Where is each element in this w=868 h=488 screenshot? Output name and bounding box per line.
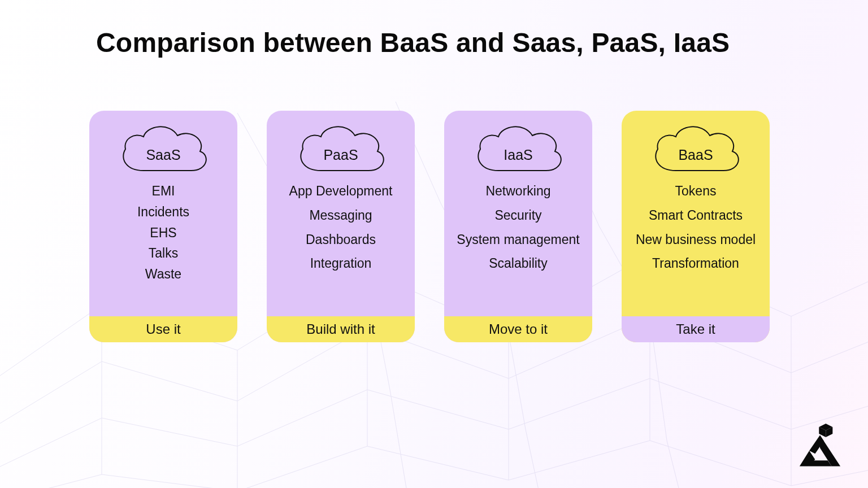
card-footer: Build with it	[267, 316, 415, 342]
card-footer: Move to it	[444, 316, 592, 342]
list-item: New business model	[636, 232, 756, 248]
cloud-icon: IaaS	[470, 121, 566, 173]
cloud-icon: PaaS	[293, 121, 389, 173]
list-item: Scalability	[489, 255, 548, 272]
list-item: EHS	[150, 225, 176, 241]
card-label: IaaS	[470, 147, 566, 163]
list-item: Waste	[145, 266, 181, 282]
card-label: SaaS	[115, 147, 211, 163]
card-items: App Development Messaging Dashboards Int…	[281, 183, 401, 316]
card-label: BaaS	[648, 147, 744, 163]
list-item: Talks	[149, 245, 178, 262]
list-item: Networking	[485, 183, 550, 199]
list-item: Security	[494, 207, 541, 224]
brand-logo-icon	[796, 421, 844, 467]
list-item: Smart Contracts	[649, 207, 743, 224]
list-item: Messaging	[309, 207, 372, 224]
list-item: EMI	[152, 183, 175, 199]
card-baas: BaaS Tokens Smart Contracts New business…	[622, 111, 770, 342]
list-item: Incidents	[137, 204, 189, 220]
card-items: Tokens Smart Contracts New business mode…	[628, 183, 763, 316]
card-paas: PaaS App Development Messaging Dashboard…	[267, 111, 415, 342]
cloud-icon: SaaS	[115, 121, 211, 173]
list-item: System management	[457, 232, 579, 248]
card-items: EMI Incidents EHS Talks Waste	[129, 183, 197, 316]
card-footer: Take it	[622, 316, 770, 342]
card-iaas: IaaS Networking Security System manageme…	[444, 111, 592, 342]
card-items: Networking Security System management Sc…	[449, 183, 587, 316]
list-item: Transformation	[652, 255, 739, 272]
card-saas: SaaS EMI Incidents EHS Talks Waste Use i…	[89, 111, 237, 342]
card-label: PaaS	[293, 147, 389, 163]
list-item: Integration	[310, 255, 372, 272]
cloud-icon: BaaS	[648, 121, 744, 173]
page-title: Comparison between BaaS and Saas, PaaS, …	[96, 27, 789, 58]
cards-row: SaaS EMI Incidents EHS Talks Waste Use i…	[89, 111, 779, 342]
list-item: Tokens	[675, 183, 717, 199]
card-footer: Use it	[89, 316, 237, 342]
list-item: Dashboards	[306, 232, 376, 248]
list-item: App Development	[289, 183, 393, 199]
